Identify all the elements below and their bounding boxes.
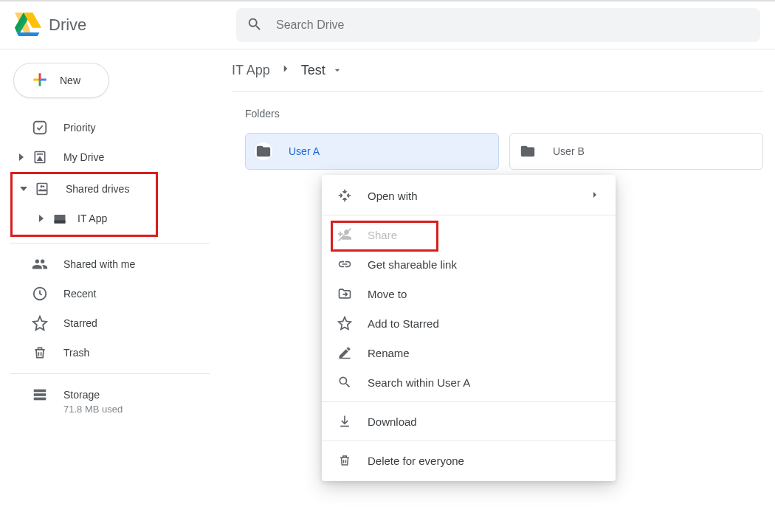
new-button-label: New (60, 75, 80, 86)
svg-rect-4 (34, 390, 46, 393)
search-input[interactable] (276, 18, 750, 32)
cm-label: Move to (368, 288, 407, 300)
cm-open-with[interactable]: Open with (322, 181, 616, 210)
sidebar-item-shared-drives[interactable]: Shared drives (13, 174, 156, 204)
cm-label: Get shareable link (368, 258, 457, 271)
clock-icon (31, 286, 49, 302)
cm-move-to[interactable]: Move to (322, 279, 616, 308)
sidebar-item-label: Shared drives (66, 183, 129, 195)
folder-icon (255, 142, 272, 160)
share-person-icon (337, 227, 353, 242)
cm-download[interactable]: Download (322, 407, 616, 436)
context-menu: Open with Share Get shareable link (322, 175, 616, 481)
star-icon (337, 316, 353, 331)
plus-icon (30, 70, 49, 91)
folder-user-a[interactable]: User A (245, 133, 499, 170)
cm-add-starred[interactable]: Add to Starred (322, 308, 616, 338)
breadcrumb-current[interactable]: Test (301, 63, 343, 78)
priority-icon (31, 120, 49, 136)
sidebar-item-label: Storage (63, 389, 100, 401)
header: Drive (0, 1, 775, 49)
link-icon (337, 257, 353, 272)
sidebar-item-label: Recent (63, 288, 96, 300)
folder-label: User A (289, 145, 320, 157)
cm-share: Share (322, 220, 616, 249)
trash-icon (337, 454, 353, 467)
folder-icon (519, 142, 537, 160)
star-icon (31, 315, 49, 331)
sidebar-item-recent[interactable]: Recent (10, 279, 221, 308)
cm-label: Download (368, 415, 417, 428)
sidebar-item-label: Trash (63, 347, 89, 359)
svg-rect-0 (34, 122, 46, 134)
cm-delete[interactable]: Delete for everyone (322, 446, 616, 475)
sidebar-item-it-app[interactable]: IT App (13, 204, 156, 233)
dropdown-icon (331, 64, 343, 76)
breadcrumb-parent[interactable]: IT App (232, 63, 270, 78)
expand-icon[interactable] (35, 215, 48, 222)
my-drive-icon (31, 150, 49, 165)
folders-section-label: Folders (245, 108, 775, 120)
folder-user-b[interactable]: User B (509, 133, 763, 170)
sidebar-item-my-drive[interactable]: My Drive (10, 142, 221, 172)
app-name: Drive (49, 15, 86, 35)
drive-logo-icon (15, 13, 41, 38)
sidebar: New Priority My Drive (0, 49, 221, 532)
sidebar-item-priority[interactable]: Priority (10, 113, 221, 142)
search-icon (247, 16, 263, 35)
sidebar-item-label: Priority (63, 122, 96, 134)
folder-label: User B (553, 145, 585, 157)
sidebar-item-shared-with-me[interactable]: Shared with me (10, 249, 221, 279)
sidebar-item-trash[interactable]: Trash (10, 338, 221, 367)
sidebar-item-label: Shared with me (63, 258, 135, 270)
cm-label: Search within User A (368, 376, 470, 389)
logo-area[interactable]: Drive (15, 13, 207, 38)
new-button[interactable]: New (13, 63, 109, 98)
expand-icon[interactable] (15, 153, 28, 161)
sidebar-item-starred[interactable]: Starred (10, 308, 221, 338)
move-icon (337, 286, 353, 301)
chevron-right-icon (589, 189, 601, 203)
chevron-right-icon (279, 62, 292, 79)
breadcrumb-current-label: Test (301, 63, 326, 78)
cm-label: Open with (368, 190, 418, 202)
search-bar[interactable] (236, 8, 760, 42)
rename-icon (337, 345, 353, 360)
sidebar-item-label: My Drive (63, 151, 104, 163)
collapse-icon[interactable] (17, 185, 30, 193)
svg-rect-6 (34, 398, 46, 401)
cm-label: Add to Starred (368, 317, 439, 330)
storage-used-label: 71.8 MB used (63, 404, 221, 415)
download-icon (337, 414, 353, 429)
shared-drives-icon (33, 182, 51, 196)
sidebar-item-label: Starred (63, 317, 97, 329)
sidebar-item-label: IT App (78, 213, 107, 224)
trash-icon (31, 345, 49, 360)
svg-rect-5 (34, 393, 46, 396)
cm-label: Share (368, 229, 397, 241)
storage-icon (31, 387, 49, 403)
people-icon (31, 256, 49, 272)
open-with-icon (337, 188, 353, 203)
main-content: IT App Test Folders User A Use (221, 49, 775, 532)
cm-rename[interactable]: Rename (322, 338, 616, 367)
search-icon (337, 375, 353, 390)
breadcrumb: IT App Test (232, 49, 775, 91)
cm-get-link[interactable]: Get shareable link (322, 249, 616, 279)
cm-label: Rename (368, 347, 410, 359)
svg-rect-2 (55, 221, 66, 224)
drive-item-icon (51, 211, 69, 226)
cm-search-within[interactable]: Search within User A (322, 367, 616, 397)
cm-label: Delete for everyone (368, 455, 464, 467)
